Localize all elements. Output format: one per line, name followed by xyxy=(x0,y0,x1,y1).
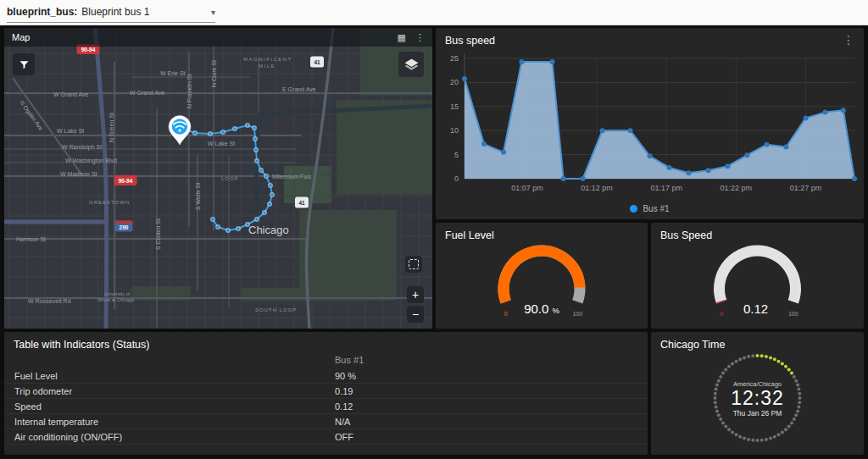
route-point-core xyxy=(233,127,236,130)
chart-legend[interactable]: Bus #1 xyxy=(436,204,864,213)
data-point[interactable] xyxy=(501,150,506,155)
bus-speed-chart-widget: Bus speed ⋮ 051015202501:07 pm01:12 pm01… xyxy=(436,28,864,219)
y-axis-label: 5 xyxy=(454,151,459,159)
entity-select[interactable]: blueprint_bus: Blueprint bus 1 ▾ xyxy=(7,3,215,23)
clock-dot xyxy=(784,428,787,431)
zoom-out-button[interactable]: − xyxy=(407,306,424,323)
filter-button[interactable] xyxy=(13,53,35,75)
table-row[interactable]: Trip odometer0.19 xyxy=(4,384,648,399)
shield-label: 41 xyxy=(298,200,305,206)
map-canvas[interactable]: 90-9490-944141290W Grand AveW Grand AveE… xyxy=(4,28,432,329)
data-point[interactable] xyxy=(581,176,586,181)
table-row[interactable]: Internal temperatureN/A xyxy=(4,414,648,429)
table-row[interactable]: Speed0.12 xyxy=(4,399,648,414)
clock-dot xyxy=(781,431,784,434)
gauge-value: 0.12 xyxy=(651,301,864,316)
street-label: W Erie St xyxy=(160,70,186,76)
route-point-core xyxy=(268,202,270,205)
data-point[interactable] xyxy=(823,110,828,115)
data-point[interactable] xyxy=(481,141,487,147)
shield-label: 290 xyxy=(120,224,129,230)
route-point-core xyxy=(263,211,265,213)
y-axis-label: 15 xyxy=(450,102,459,111)
x-axis-label: 01:22 pm xyxy=(721,184,753,192)
street-label: W Grand Ave xyxy=(53,91,89,97)
route-point-core xyxy=(211,218,214,220)
data-point[interactable] xyxy=(648,153,653,158)
route-point-core xyxy=(253,126,255,129)
shield-label: 41 xyxy=(314,59,320,65)
data-point[interactable] xyxy=(706,168,711,173)
route-point-core xyxy=(255,159,258,162)
clock-dot xyxy=(790,421,793,424)
data-point[interactable] xyxy=(561,176,566,181)
entity-select-label: blueprint_bus: xyxy=(7,6,77,18)
street-label: MILE xyxy=(259,64,275,69)
clock-dot xyxy=(751,439,754,442)
clock-dot xyxy=(765,438,768,441)
data-point[interactable] xyxy=(784,145,789,150)
map-menu-icon[interactable]: ⋮ xyxy=(415,32,425,43)
widget-title: Bus Speed xyxy=(660,230,712,241)
shield-label: 90-94 xyxy=(81,47,96,53)
filter-icon xyxy=(18,58,31,71)
route-point-core xyxy=(216,225,219,228)
table-row[interactable]: Fuel Level90 % xyxy=(4,368,648,384)
route-point-core xyxy=(269,184,271,186)
clock-dot xyxy=(735,433,738,436)
route-point-core xyxy=(270,193,273,196)
data-point[interactable] xyxy=(687,170,692,175)
data-point[interactable] xyxy=(804,115,809,120)
street-label: E Grand Ave xyxy=(282,86,316,92)
data-point[interactable] xyxy=(852,176,857,181)
table-column-header: Bus #1 xyxy=(4,353,648,367)
entity-select-value: Blueprint bus 1 xyxy=(81,6,149,18)
legend-label: Bus #1 xyxy=(643,204,669,213)
calendar-icon[interactable]: ▦ xyxy=(398,32,406,43)
row-label: Fuel Level xyxy=(14,371,335,381)
route-point-core xyxy=(255,218,258,220)
topbar: blueprint_bus: Blueprint bus 1 ▾ xyxy=(0,0,868,25)
data-point[interactable] xyxy=(600,128,605,133)
clock-dot xyxy=(719,418,722,421)
layers-button[interactable] xyxy=(398,52,424,77)
data-point[interactable] xyxy=(462,76,467,81)
data-point[interactable] xyxy=(726,163,731,169)
gauge-value-number: 90.0 xyxy=(524,301,548,316)
clock-dot xyxy=(721,421,725,424)
data-point[interactable] xyxy=(628,128,633,133)
x-axis-label: 01:27 pm xyxy=(790,184,822,192)
zoom-in-button[interactable]: + xyxy=(407,286,424,303)
street-label: W Madison St xyxy=(60,171,97,177)
map-park xyxy=(299,210,397,301)
data-point[interactable] xyxy=(745,152,750,158)
row-label: Air conditioning (ON/OFF) xyxy=(14,432,335,442)
row-value: 0.12 xyxy=(335,401,637,412)
data-point[interactable] xyxy=(550,59,555,64)
data-point[interactable] xyxy=(667,165,672,170)
x-axis-label: 01:07 pm xyxy=(511,184,543,192)
map-header: Map ▦ ⋮ xyxy=(4,28,432,47)
street-label: SOUTH LOOP xyxy=(255,307,297,312)
clock-dot xyxy=(787,425,791,429)
street-label: N Green St xyxy=(108,113,114,142)
gauge-value: 90.0% xyxy=(436,301,648,316)
route-point-core xyxy=(254,148,257,151)
legend-dot xyxy=(630,205,637,213)
street-label: W Lake St xyxy=(208,141,235,147)
route-point-core xyxy=(209,132,211,135)
data-point[interactable] xyxy=(841,108,846,113)
row-label: Trip odometer xyxy=(14,386,335,396)
kebab-menu-icon[interactable]: ⋮ xyxy=(837,32,860,47)
table-row[interactable]: Air conditioning (ON/OFF)OFF xyxy=(4,429,648,445)
data-point[interactable] xyxy=(765,142,770,147)
wifi-icon xyxy=(179,130,181,132)
route-point-core xyxy=(226,229,229,231)
table-body: Fuel Level90 %Trip odometer0.19Speed0.12… xyxy=(4,368,648,445)
street-label: W Washington Blvd xyxy=(65,158,117,164)
select-area-button[interactable] xyxy=(405,256,422,273)
clock-dot xyxy=(760,439,764,442)
street-label: Illinois at Chicago xyxy=(97,297,134,302)
row-value: OFF xyxy=(335,432,637,442)
data-point[interactable] xyxy=(519,59,524,64)
